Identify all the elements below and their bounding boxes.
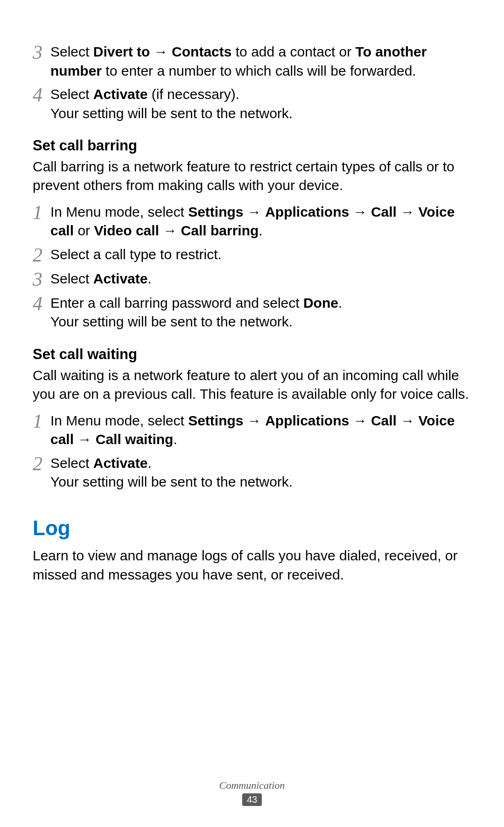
step-number: 2: [33, 245, 50, 265]
step-item: 3Select Divert to → Contacts to add a co…: [33, 42, 471, 80]
heading-call-barring: Set call barring: [33, 136, 471, 156]
step-text: Select Activate.Your setting will be sen…: [50, 453, 471, 492]
desc-call-waiting: Call waiting is a network feature to ale…: [33, 366, 471, 404]
step-number: 2: [33, 454, 50, 474]
desc-log: Learn to view and manage logs of calls y…: [33, 546, 471, 584]
steps-barring: 1In Menu mode, select Settings → Applica…: [33, 202, 471, 332]
step-item: 4Enter a call barring password and selec…: [33, 293, 471, 332]
step-text: Select Activate.: [50, 269, 471, 289]
step-item: 2Select a call type to restrict.: [33, 244, 471, 265]
step-item: 3Select Activate.: [33, 269, 471, 289]
step-number: 4: [33, 294, 50, 313]
step-text: In Menu mode, select Settings → Applicat…: [50, 202, 471, 240]
step-text: Select Divert to → Contacts to add a con…: [50, 42, 471, 80]
step-text: Select Activate (if necessary).Your sett…: [50, 84, 471, 123]
step-item: 2Select Activate.Your setting will be se…: [33, 453, 471, 492]
heading-log: Log: [33, 514, 471, 542]
footer-section-name: Communication: [0, 779, 504, 792]
page-footer: Communication 43: [0, 779, 504, 806]
step-text: Enter a call barring password and select…: [50, 293, 471, 332]
step-text: Select a call type to restrict.: [50, 244, 471, 264]
desc-call-barring: Call barring is a network feature to res…: [33, 157, 471, 195]
step-item: 4Select Activate (if necessary).Your set…: [33, 84, 471, 123]
step-item: 1In Menu mode, select Settings → Applica…: [33, 410, 471, 449]
step-number: 3: [33, 269, 50, 289]
steps-top: 3Select Divert to → Contacts to add a co…: [33, 42, 471, 123]
step-number: 1: [33, 203, 50, 222]
heading-call-waiting: Set call waiting: [33, 345, 471, 364]
step-number: 4: [33, 85, 50, 105]
step-text: In Menu mode, select Settings → Applicat…: [50, 410, 471, 449]
step-number: 3: [33, 42, 50, 62]
step-number: 1: [33, 411, 50, 431]
step-item: 1In Menu mode, select Settings → Applica…: [33, 202, 471, 240]
steps-waiting: 1In Menu mode, select Settings → Applica…: [33, 410, 471, 492]
page-content: 3Select Divert to → Contacts to add a co…: [33, 42, 471, 584]
page-number-badge: 43: [242, 793, 262, 806]
